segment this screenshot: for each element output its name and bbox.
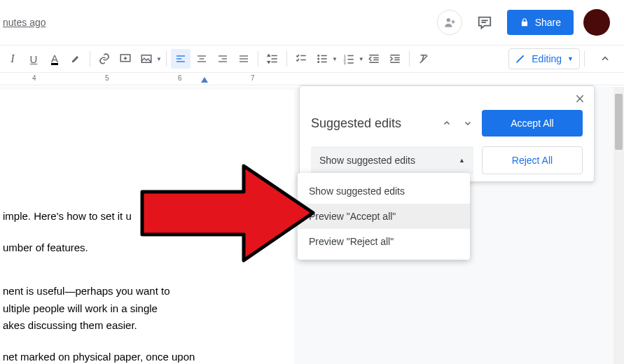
doc-text: ultiple people will work in a single	[3, 301, 280, 317]
line-spacing-icon	[266, 52, 279, 65]
svg-point-30	[317, 61, 319, 63]
insert-image-button[interactable]	[137, 49, 156, 69]
highlight-icon	[70, 53, 81, 64]
italic-icon: I	[11, 52, 14, 65]
editing-label: Editing	[532, 53, 562, 64]
decrease-indent-button[interactable]	[364, 49, 384, 69]
doc-text: nent is useful—perhaps you want to	[3, 284, 280, 300]
editing-mode-button[interactable]: Editing ▼	[508, 48, 580, 69]
chevron-up-icon	[600, 54, 610, 64]
svg-rect-31	[321, 62, 326, 63]
close-button[interactable]	[574, 93, 585, 108]
doc-text: net marked on physical paper, once upon	[3, 349, 280, 365]
increase-indent-button[interactable]	[385, 49, 405, 69]
svg-rect-37	[347, 62, 353, 64]
presence-icon-button[interactable]	[437, 10, 462, 35]
image-icon	[140, 52, 153, 65]
share-button[interactable]: Share	[507, 10, 574, 35]
align-right-button[interactable]	[213, 49, 233, 69]
preview-mode-select[interactable]: Show suggested edits ▲	[311, 146, 473, 174]
scroll-thumb[interactable]	[615, 94, 623, 150]
triangle-up-icon: ▲	[459, 157, 465, 164]
chevron-down-icon: ▼	[567, 55, 574, 62]
menu-item-preview-accept-all[interactable]: Preview "Accept all"	[298, 204, 470, 229]
svg-rect-27	[321, 55, 326, 57]
svg-text:3: 3	[343, 61, 346, 65]
avatar[interactable]	[583, 9, 610, 36]
text-color-button[interactable]: A	[45, 49, 64, 69]
reject-all-label: Reject All	[512, 155, 553, 166]
toolbar: I U A ▼	[0, 45, 624, 73]
bullet-icon	[316, 52, 328, 65]
highlight-button[interactable]	[66, 49, 85, 69]
align-justify-icon	[238, 53, 249, 64]
lock-icon	[520, 18, 529, 27]
ruler-num: 7	[251, 74, 255, 82]
outdent-icon	[368, 52, 380, 65]
accept-all-button[interactable]: Accept All	[482, 110, 583, 136]
bullet-list-button[interactable]	[312, 49, 332, 69]
align-center-icon	[196, 53, 207, 64]
doc-text: akes discussing them easier.	[3, 318, 280, 334]
doc-text: umber of features.	[3, 240, 280, 256]
close-icon	[574, 93, 585, 104]
svg-rect-29	[321, 58, 326, 59]
chevron-down-icon: ▼	[332, 56, 338, 62]
underline-icon: U	[30, 53, 38, 65]
align-left-button[interactable]	[171, 49, 190, 69]
indent-icon	[389, 52, 401, 65]
align-left-icon	[175, 53, 186, 64]
share-label: Share	[535, 17, 561, 28]
last-edit-link[interactable]: nutes ago	[3, 17, 46, 28]
comment-icon	[477, 15, 492, 30]
align-center-button[interactable]	[192, 49, 212, 69]
chevron-up-icon	[443, 119, 451, 127]
underline-button[interactable]: U	[24, 49, 43, 69]
line-spacing-button[interactable]	[263, 49, 282, 69]
document-page[interactable]: imple. Here's how to set it u umber of f…	[0, 90, 294, 364]
comments-button[interactable]	[472, 10, 497, 35]
align-right-icon	[217, 53, 228, 64]
select-label: Show suggested edits	[319, 155, 415, 166]
svg-point-0	[446, 18, 450, 22]
chevron-down-icon: ▼	[359, 56, 364, 62]
clear-format-icon	[417, 52, 430, 65]
menu-item-preview-reject-all[interactable]: Preview "Reject all"	[298, 229, 470, 254]
ruler-num: 5	[105, 74, 109, 82]
svg-point-26	[317, 55, 319, 57]
svg-rect-2	[452, 20, 454, 23]
next-suggestion-button[interactable]	[461, 116, 475, 130]
prev-suggestion-button[interactable]	[440, 116, 454, 130]
indent-marker[interactable]	[201, 77, 208, 83]
person-icon	[443, 15, 457, 29]
align-justify-button[interactable]	[234, 49, 254, 69]
ruler-num: 6	[178, 74, 182, 82]
collapse-toolbar-button[interactable]	[595, 48, 616, 69]
preview-mode-menu: Show suggested edits Preview "Accept all…	[298, 173, 470, 260]
italic-button[interactable]: I	[3, 49, 22, 69]
clear-formatting-button[interactable]	[414, 49, 434, 69]
reject-all-button[interactable]: Reject All	[482, 146, 583, 174]
doc-text: imple. Here's how to set it u	[3, 209, 280, 225]
svg-rect-35	[347, 59, 353, 60]
add-comment-icon	[119, 52, 132, 65]
link-icon	[98, 52, 111, 65]
numbered-list-button[interactable]: 123	[339, 49, 359, 69]
checklist-icon	[295, 52, 307, 65]
svg-rect-33	[347, 55, 353, 57]
chevron-down-icon	[464, 119, 472, 127]
ruler-num: 4	[32, 74, 36, 82]
insert-link-button[interactable]	[95, 49, 114, 69]
header-actions: Share	[437, 9, 610, 36]
menu-item-show-suggested[interactable]: Show suggested edits	[298, 178, 470, 204]
chevron-down-icon: ▼	[156, 56, 162, 62]
add-comment-button[interactable]	[116, 49, 135, 69]
app-header: nutes ago Share	[0, 0, 624, 45]
text-color-icon: A	[51, 52, 58, 65]
vertical-scrollbar[interactable]	[613, 87, 624, 364]
svg-point-28	[317, 58, 319, 60]
suggested-edits-panel: Suggested edits Accept All Show suggeste…	[299, 85, 595, 182]
numbered-icon: 123	[342, 52, 355, 65]
panel-title: Suggested edits	[311, 116, 433, 131]
checklist-button[interactable]	[291, 49, 311, 69]
